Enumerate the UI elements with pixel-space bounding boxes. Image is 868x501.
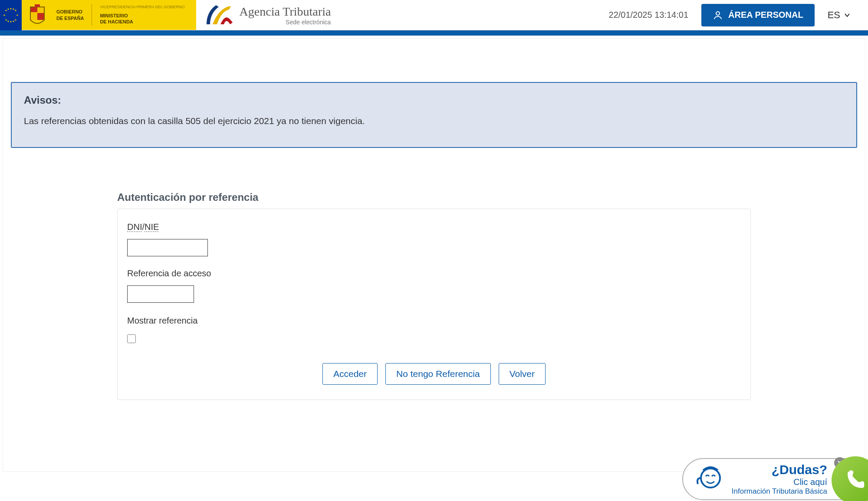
agency-mark-icon <box>204 3 235 27</box>
area-personal-button[interactable]: ÁREA PERSONAL <box>701 4 815 26</box>
nie-abbr: NIE <box>145 222 159 232</box>
eu-flag-icon <box>0 0 22 30</box>
dni-label: DNI/NIE <box>127 222 741 232</box>
agency-subtitle: Sede electrónica <box>240 19 331 26</box>
svg-point-8 <box>7 8 9 10</box>
help-question: ¿Dudas? <box>732 462 827 475</box>
svg-point-3 <box>16 14 18 16</box>
reference-label: Referencia de acceso <box>127 269 741 278</box>
vice-line: VICEPRESIDENCIA PRIMERA DEL GOBIERNO <box>100 5 184 10</box>
svg-point-6 <box>5 19 7 20</box>
gov-text: GOBIERNO DE ESPAÑA <box>50 6 90 24</box>
svg-rect-13 <box>30 12 37 20</box>
notice-body: Las referencias obtenidas con la casilla… <box>24 116 844 126</box>
show-reference-label: Mostrar referencia <box>127 316 741 326</box>
content-card: Avisos: Las referencias obtenidas con la… <box>3 38 865 472</box>
page: Avisos: Las referencias obtenidas con la… <box>0 36 868 475</box>
help-texts: ¿Dudas? Clic aquí Información Tributaria… <box>732 462 827 475</box>
ministry-text: VICEPRESIDENCIA PRIMERA DEL GOBIERNO MIN… <box>94 2 191 27</box>
header: GOBIERNO DE ESPAÑA VICEPRESIDENCIA PRIME… <box>0 0 868 30</box>
ministry-line1: MINISTERIO <box>100 13 184 19</box>
ministry-line2: DE HACIENDA <box>100 19 184 25</box>
svg-point-4 <box>5 10 7 11</box>
area-personal-label: ÁREA PERSONAL <box>728 10 803 20</box>
svg-rect-14 <box>37 7 44 13</box>
gov-divider <box>92 4 92 25</box>
agency-logo-block: Agencia Tributaria Sede electrónica <box>196 0 339 30</box>
no-reference-button[interactable]: No tengo Referencia <box>385 363 491 385</box>
agency-title: Agencia Tributaria <box>240 5 331 19</box>
auth-section: Autenticación por referencia DNI/NIE Ref… <box>117 191 751 400</box>
gov-line2: DE ESPAÑA <box>56 15 84 21</box>
agency-title-block: Agencia Tributaria Sede electrónica <box>240 5 331 26</box>
svg-point-11 <box>13 20 14 22</box>
svg-point-1 <box>10 21 11 22</box>
language-code: ES <box>828 10 840 21</box>
gov-logo-block: GOBIERNO DE ESPAÑA VICEPRESIDENCIA PRIME… <box>0 0 196 30</box>
coat-of-arms-icon <box>24 2 50 28</box>
volver-button[interactable]: Volver <box>499 363 546 385</box>
help-widget: ¿Dudas? Clic aquí Información Tributaria… <box>682 458 867 475</box>
phone-icon <box>844 468 867 475</box>
svg-point-16 <box>716 12 720 15</box>
dni-abbr: DNI <box>127 222 142 232</box>
reference-input[interactable] <box>127 285 194 303</box>
svg-point-0 <box>10 8 11 9</box>
assistant-face-icon <box>694 463 727 475</box>
notice-title: Avisos: <box>24 94 844 106</box>
acceder-button[interactable]: Acceder <box>322 363 378 385</box>
blue-accent-bar <box>0 30 868 36</box>
svg-point-9 <box>13 8 14 10</box>
gov-line1: GOBIERNO <box>56 9 84 15</box>
auth-heading: Autenticación por referencia <box>117 191 751 203</box>
svg-rect-15 <box>35 4 40 7</box>
user-icon <box>713 10 723 20</box>
chevron-down-icon <box>844 12 851 19</box>
auth-box: DNI/NIE Referencia de acceso Mostrar ref… <box>117 209 751 400</box>
button-row: Acceder No tengo Referencia Volver <box>127 363 741 385</box>
show-reference-checkbox[interactable] <box>127 334 136 343</box>
svg-point-7 <box>15 19 16 20</box>
help-pill[interactable]: ¿Dudas? Clic aquí Información Tributaria… <box>682 458 867 475</box>
svg-point-2 <box>3 14 5 16</box>
notice-box: Avisos: Las referencias obtenidas con la… <box>11 82 857 148</box>
language-selector[interactable]: ES <box>828 10 851 21</box>
dni-input[interactable] <box>127 239 208 256</box>
timestamp: 22/01/2025 13:14:01 <box>609 10 689 20</box>
svg-point-5 <box>15 10 16 11</box>
svg-point-10 <box>7 20 9 22</box>
header-right: 22/01/2025 13:14:01 ÁREA PERSONAL ES <box>609 0 868 30</box>
